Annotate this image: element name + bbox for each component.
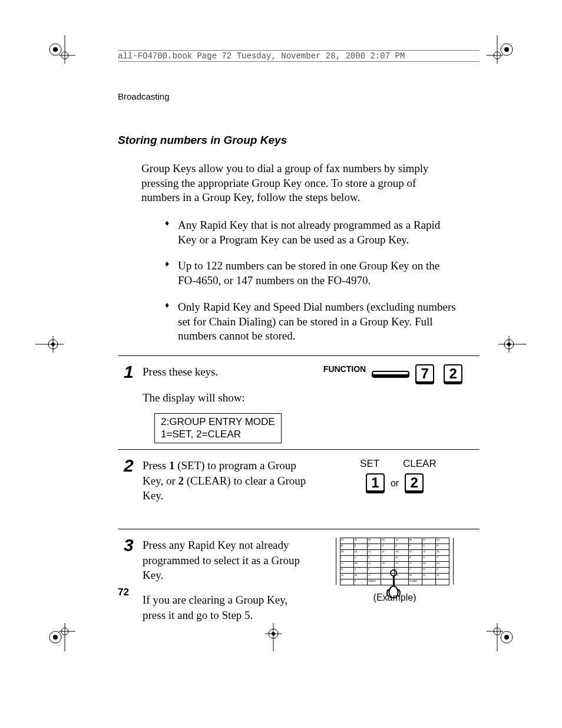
section-title: Storing numbers in Group Keys: [118, 134, 480, 147]
display-line: 1=SET, 2=CLEAR: [161, 429, 275, 440]
svg-point-13: [48, 340, 58, 349]
svg-point-23: [61, 628, 68, 635]
number-key-7: 7: [415, 364, 434, 384]
number-key-1: 1: [366, 473, 385, 493]
svg-point-28: [494, 628, 501, 635]
intro-paragraph: Group Keys allow you to dial a group of …: [141, 162, 456, 205]
document-page: all-FO4700.book Page 72 Tuesday, Novembe…: [0, 0, 562, 728]
list-item: Only Rapid Key and Speed Dial numbers (e…: [165, 300, 456, 344]
page-number: 72: [118, 587, 129, 598]
step-number: 3: [124, 535, 134, 555]
crop-mark-icon: [47, 35, 75, 64]
step-text: Press 1 (SET) to program a Group Key, or…: [143, 458, 308, 503]
svg-point-32: [272, 632, 275, 635]
number-key-2: 2: [405, 473, 424, 493]
lcd-display: 2:GROUP ENTRY MODE 1=SET, 2=CLEAR: [154, 413, 282, 443]
svg-point-0: [391, 570, 396, 576]
svg-point-6: [501, 44, 513, 55]
svg-point-10: [494, 52, 501, 59]
svg-point-19: [49, 631, 61, 643]
svg-point-20: [53, 635, 58, 640]
step-3: 3 Press any Rapid Key not already progra…: [118, 529, 480, 632]
step-number: 1: [124, 362, 134, 382]
step-text: Press these keys.: [143, 364, 308, 380]
step-text: Press any Rapid Key not already programm…: [143, 538, 308, 583]
list-item: Up to 122 numbers can be stored in one G…: [165, 259, 456, 288]
pointing-hand-icon: [383, 569, 406, 602]
step-text: If you are clearing a Group Key, press i…: [143, 592, 308, 622]
crop-mark-icon: [487, 623, 515, 651]
number-key-2: 2: [444, 364, 462, 384]
set-label: SET: [346, 458, 394, 470]
function-label: FUNCTION: [323, 364, 366, 374]
pdf-header: all-FO4700.book Page 72 Tuesday, Novembe…: [118, 50, 480, 62]
step-text: The display will show:: [143, 390, 308, 406]
svg-point-14: [51, 342, 55, 346]
svg-point-18: [507, 342, 511, 346]
crop-mark-icon: [47, 623, 75, 651]
step-number: 2: [124, 456, 134, 476]
list-item: Any Rapid Key that is not already progra…: [165, 218, 456, 247]
svg-point-25: [504, 635, 509, 640]
crop-mark-icon: [498, 330, 527, 358]
notes-list: Any Rapid Key that is not already progra…: [141, 218, 456, 344]
function-key-icon: [372, 371, 409, 378]
crop-mark-icon: [35, 330, 64, 358]
svg-point-7: [504, 47, 509, 52]
svg-point-2: [53, 47, 58, 52]
svg-point-24: [501, 631, 513, 643]
svg-point-5: [61, 52, 68, 59]
step-2: 2 Press 1 (SET) to program a Group Key, …: [118, 449, 480, 523]
display-line: 2:GROUP ENTRY MODE: [161, 416, 275, 428]
crop-mark-icon: [487, 35, 515, 64]
svg-point-17: [504, 340, 514, 349]
chapter-title: Broadcasting: [118, 91, 480, 101]
rapid-key-keypad-icon: 0102030405060708 ABCDEFGH 09101112131415…: [336, 538, 454, 585]
svg-point-1: [49, 44, 61, 55]
step-1: 1 Press these keys. The display will sho…: [118, 355, 480, 443]
or-text: or: [391, 478, 399, 488]
clear-label: CLEAR: [396, 458, 443, 470]
